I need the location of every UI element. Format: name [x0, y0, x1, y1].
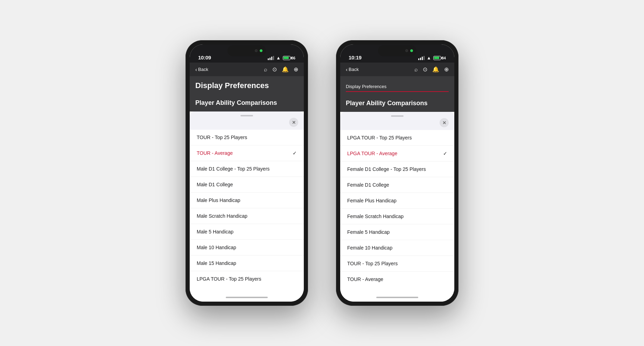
sheet-handle-area-2: ✕	[340, 112, 454, 130]
option-label: Male D1 College	[197, 182, 233, 187]
list-item[interactable]: Female D1 College	[340, 177, 454, 193]
option-label: LPGA TOUR - Top 25 Players	[197, 276, 261, 282]
option-label: Female D1 College	[347, 182, 389, 188]
sheet-close-row-1: ✕	[190, 116, 304, 127]
sheet-close-row-2: ✕	[340, 117, 454, 127]
battery-fill-2	[434, 57, 439, 59]
list-item[interactable]: Female 10 Handicap	[340, 240, 454, 256]
list-item[interactable]: TOUR - Average✓	[190, 145, 304, 161]
list-item[interactable]: Male 15 Handicap	[190, 255, 304, 271]
phone-2: 10:19 ▲ 84 ‹ B	[336, 40, 458, 306]
option-label: Male 5 Handicap	[197, 229, 233, 235]
dynamic-island-1	[227, 45, 266, 56]
list-item[interactable]: TOUR - Average	[340, 272, 454, 287]
bottom-sheet-1: ✕ TOUR - Top 25 PlayersTOUR - Average✓Ma…	[190, 111, 304, 294]
player-ability-title-2: Player Ability Comparisons	[346, 100, 449, 107]
nav-bar-1: ‹ Back ⌕ ⊙ 🔔 ⊕	[190, 63, 304, 76]
tab-underline-2	[346, 91, 449, 92]
list-item[interactable]: Female 5 Handicap	[340, 224, 454, 240]
signal-bar-4	[273, 56, 274, 60]
list-item[interactable]: Female Scratch Handicap	[340, 209, 454, 224]
signal-bar-1	[268, 58, 269, 60]
option-label: Male 15 Handicap	[197, 260, 236, 266]
list-item[interactable]: Male Scratch Handicap	[190, 208, 304, 224]
signal-icon-1	[268, 56, 274, 60]
island-dot-mic	[260, 49, 262, 52]
status-icons-1: ▲ 86	[268, 55, 295, 60]
bell-icon-1[interactable]: 🔔	[282, 66, 289, 73]
battery-2: 84	[433, 56, 446, 60]
option-label: LPGA TOUR - Average	[347, 151, 397, 156]
list-item[interactable]: LPGA TOUR - Average✓	[340, 146, 454, 161]
signal-bar-2	[270, 58, 271, 60]
back-chevron-icon-1: ‹	[195, 66, 197, 72]
island-dot-camera	[255, 49, 258, 52]
player-ability-title-1: Player Ability Comparisons	[195, 99, 298, 107]
list-item[interactable]: Female Plus Handicap	[340, 193, 454, 209]
option-label: TOUR - Top 25 Players	[197, 135, 247, 140]
option-label: Male Scratch Handicap	[197, 213, 247, 219]
battery-body-2	[433, 56, 441, 60]
bottom-sheet-2: ✕ LPGA TOUR - Top 25 PlayersLPGA TOUR - …	[340, 112, 454, 294]
option-label: LPGA TOUR - Top 25 Players	[347, 135, 412, 140]
signal-bar-2-1	[418, 58, 419, 60]
nav-icons-2: ⌕ ⊙ 🔔 ⊕	[414, 66, 449, 73]
list-item[interactable]: Female D1 College - Top 25 Players	[340, 161, 454, 177]
disp-pref-header-1: Display Preferences	[190, 76, 304, 95]
list-item[interactable]: LPGA TOUR - Top 25 Players	[340, 130, 454, 146]
signal-bar-2-3	[422, 57, 423, 60]
option-label: TOUR - Top 25 Players	[347, 261, 398, 266]
bell-icon-2[interactable]: 🔔	[432, 66, 439, 73]
disp-pref-title-1: Display Preferences	[195, 81, 298, 90]
close-button-1[interactable]: ✕	[289, 118, 298, 127]
phone-1-screen: 10:09 ▲ 86 ‹ B	[190, 44, 304, 302]
back-label-2: Back	[349, 67, 359, 72]
phone-2-screen: 10:19 ▲ 84 ‹ B	[340, 44, 454, 302]
island-dot-camera-2	[405, 49, 408, 52]
disp-pref-tab-label-2[interactable]: Display Preferences	[346, 84, 386, 91]
battery-pct-2: 84	[442, 56, 446, 60]
option-label: TOUR - Average	[197, 150, 233, 156]
option-label: Male 10 Handicap	[197, 245, 236, 250]
check-icon: ✓	[443, 151, 447, 156]
list-item[interactable]: Male D1 College	[190, 177, 304, 193]
person-icon-1[interactable]: ⊙	[272, 66, 277, 73]
signal-bar-2-4	[424, 56, 425, 60]
wifi-icon-1: ▲	[276, 55, 281, 60]
list-item[interactable]: Male 5 Handicap	[190, 224, 304, 240]
list-item[interactable]: Male Plus Handicap	[190, 193, 304, 208]
battery-1: 86	[283, 56, 295, 60]
player-ability-1: Player Ability Comparisons	[190, 95, 304, 111]
check-icon: ✓	[293, 150, 297, 156]
options-list-2: LPGA TOUR - Top 25 PlayersLPGA TOUR - Av…	[340, 130, 454, 294]
option-label: Male D1 College - Top 25 Players	[197, 166, 270, 172]
person-icon-2[interactable]: ⊙	[423, 66, 427, 73]
search-icon-1[interactable]: ⌕	[264, 66, 267, 73]
list-item[interactable]: TOUR - Top 25 Players	[340, 256, 454, 272]
search-icon-2[interactable]: ⌕	[414, 66, 418, 73]
home-bar-1	[190, 294, 304, 302]
list-item[interactable]: Male D1 College - Top 25 Players	[190, 161, 304, 177]
nav-bar-2: ‹ Back ⌕ ⊙ 🔔 ⊕	[340, 63, 454, 76]
list-item[interactable]: LPGA TOUR - Top 25 Players	[190, 271, 304, 287]
plus-icon-2[interactable]: ⊕	[444, 66, 449, 73]
option-label: Female 10 Handicap	[347, 245, 392, 251]
island-dot-mic-2	[410, 49, 413, 52]
home-bar-2	[340, 294, 454, 302]
wifi-icon-2: ▲	[427, 55, 431, 60]
close-button-2[interactable]: ✕	[440, 118, 449, 127]
nav-icons-1: ⌕ ⊙ 🔔 ⊕	[264, 66, 298, 73]
home-indicator-2	[376, 297, 418, 298]
back-button-1[interactable]: ‹ Back	[195, 66, 208, 72]
disp-pref-tab-2: Display Preferences	[346, 83, 449, 92]
signal-icon-2	[418, 56, 425, 60]
list-item[interactable]: TOUR - Top 25 Players	[190, 130, 304, 145]
option-label: Female 5 Handicap	[347, 229, 390, 235]
option-label: Male Plus Handicap	[197, 197, 240, 203]
list-item[interactable]: Male 10 Handicap	[190, 240, 304, 255]
signal-bar-3	[271, 57, 272, 60]
plus-icon-1[interactable]: ⊕	[294, 66, 298, 73]
back-chevron-icon-2: ‹	[346, 66, 348, 72]
back-button-2[interactable]: ‹ Back	[346, 66, 359, 72]
options-list-1: TOUR - Top 25 PlayersTOUR - Average✓Male…	[190, 130, 304, 294]
